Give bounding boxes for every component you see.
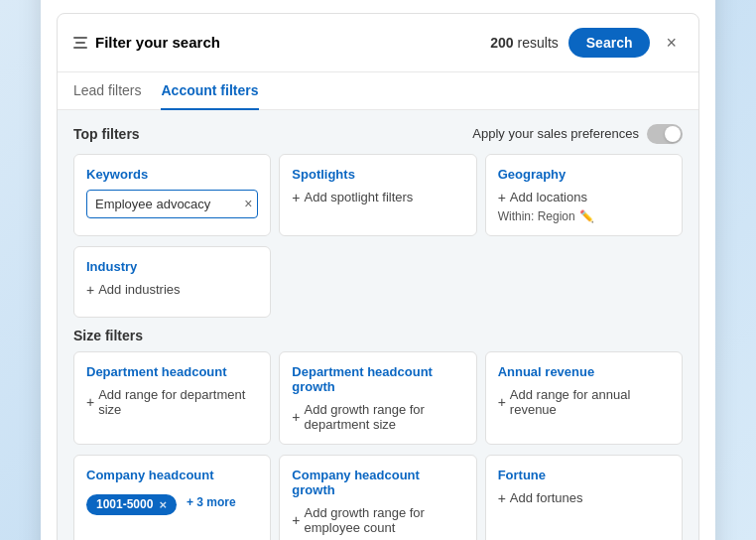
top-filters-title: Top filters <box>73 126 140 142</box>
geography-add-button[interactable]: Add locations <box>498 190 670 205</box>
industry-add-button[interactable]: Add industries <box>86 282 258 298</box>
top-filter-cards-row2: Industry Add industries <box>73 246 683 318</box>
annual-revenue-add[interactable]: Add range for annual revenue <box>498 387 670 417</box>
close-button[interactable]: × <box>660 32 683 54</box>
annual-revenue-card: Annual revenue Add range for annual reve… <box>485 351 683 445</box>
size-filter-cards-row1: Department headcount Add range for depar… <box>73 351 683 445</box>
tab-account-filters[interactable]: Account filters <box>161 72 258 110</box>
industry-card: Industry Add industries <box>73 246 271 318</box>
annual-revenue-title: Annual revenue <box>498 364 670 379</box>
spotlights-card-title: Spotlights <box>292 167 463 182</box>
keywords-clear-button[interactable]: × <box>244 196 252 211</box>
spotlights-card: Spotlights Add spotlight filters <box>279 154 476 236</box>
top-filter-cards-row1: Keywords × Spotlights Add spotlight filt… <box>73 154 683 236</box>
tag-remove-button[interactable]: × <box>159 497 167 512</box>
size-filters-title: Size filters <box>73 328 683 343</box>
filter-title-area: Filter your search <box>73 34 220 51</box>
fortune-add[interactable]: Add fortunes <box>498 490 670 506</box>
dept-headcount-card: Department headcount Add range for depar… <box>73 351 271 445</box>
industry-card-title: Industry <box>86 259 258 274</box>
results-area: 200 results Search × <box>490 28 683 58</box>
fortune-title: Fortune <box>498 468 670 482</box>
spotlights-add-button[interactable]: Add spotlight filters <box>292 190 463 205</box>
company-headcount-growth-title: Company headcount growth <box>292 468 463 497</box>
dept-headcount-growth-add[interactable]: Add growth range for department size <box>292 402 463 432</box>
company-headcount-growth-card: Company headcount growth Add growth rang… <box>279 455 476 541</box>
keywords-card: Keywords × <box>73 154 271 236</box>
keywords-input-wrap: × <box>86 190 258 218</box>
search-button[interactable]: Search <box>568 28 651 58</box>
filter-body: Top filters Apply your sales preferences… <box>58 110 698 541</box>
linkedin-logo: Linked in ® <box>313 0 444 1</box>
dept-headcount-growth-card: Department headcount growth Add growth r… <box>279 351 476 445</box>
company-headcount-title: Company headcount <box>86 468 258 482</box>
dept-headcount-add[interactable]: Add range for department size <box>86 387 258 417</box>
sales-prefs-toggle[interactable] <box>647 124 683 144</box>
company-headcount-growth-add[interactable]: Add growth range for employee count <box>292 505 463 535</box>
dept-headcount-growth-title: Department headcount growth <box>292 364 463 394</box>
filter-panel: Filter your search 200 results Search × … <box>57 13 699 541</box>
keywords-input[interactable] <box>86 190 258 218</box>
fortune-card: Fortune Add fortunes <box>485 455 683 541</box>
results-count-label: 200 results <box>490 35 558 51</box>
company-headcount-card: Company headcount 1001-5000 × + 3 more <box>73 455 271 541</box>
keywords-card-title: Keywords <box>86 167 258 182</box>
filter-panel-title: Filter your search <box>95 34 220 51</box>
sales-prefs-label: Apply your sales preferences <box>472 126 639 141</box>
geography-sub-label: Within: Region ✏️ <box>498 209 670 223</box>
sales-prefs-toggle-area: Apply your sales preferences <box>472 124 683 144</box>
filter-tabs: Lead filters Account filters <box>58 72 698 110</box>
filter-header: Filter your search 200 results Search × <box>58 14 698 72</box>
filter-lines-icon <box>73 37 87 49</box>
tab-lead-filters[interactable]: Lead filters <box>73 72 141 110</box>
company-headcount-tag: 1001-5000 × <box>86 494 177 515</box>
geography-card-title: Geography <box>498 167 670 182</box>
logo-bar: Linked in ® <box>41 0 715 13</box>
geography-edit-icon[interactable]: ✏️ <box>579 209 594 223</box>
top-filters-section-header: Top filters Apply your sales preferences <box>73 124 683 144</box>
logo-text: Linked <box>313 0 393 1</box>
more-tag-label[interactable]: + 3 more <box>187 495 236 509</box>
geography-card: Geography Add locations Within: Region ✏… <box>485 154 683 236</box>
size-filter-cards-row2: Company headcount 1001-5000 × + 3 more C… <box>73 455 683 541</box>
dept-headcount-title: Department headcount <box>86 364 258 379</box>
